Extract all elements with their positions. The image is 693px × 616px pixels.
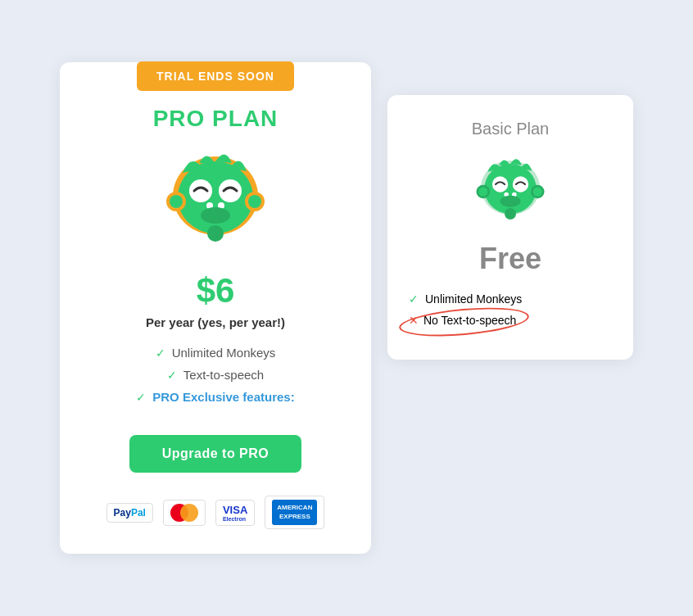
- basic-cross-icon: ✕: [409, 314, 419, 327]
- monkey-logo-small: [469, 155, 551, 229]
- pro-plan-card: TRIAL ENDS SOON PRO PLAN: [60, 62, 371, 554]
- basic-feature-label-2: No Text-to-speech: [424, 314, 516, 327]
- mastercard-payment-icon: [163, 500, 206, 526]
- feature-pro-exclusive: ✓ PRO Exclusive features:: [84, 390, 346, 404]
- price-container: $6: [197, 271, 235, 310]
- pro-plan-title: PRO PLAN: [153, 106, 279, 132]
- svg-point-6: [189, 179, 212, 202]
- payment-icons: PayPal VISAElectron AMERICANEXPRESS: [106, 496, 325, 529]
- cards-container: TRIAL ENDS SOON PRO PLAN: [60, 62, 633, 554]
- basic-feature-unlimited-monkeys: ✓ Unlimited Monkeys: [409, 292, 612, 306]
- svg-point-15: [478, 188, 487, 197]
- basic-feature-no-tts: ✕ No Text-to-speech: [409, 314, 612, 327]
- basic-price: Free: [479, 242, 541, 276]
- svg-point-22: [500, 196, 521, 207]
- amex-payment-icon: AMERICANEXPRESS: [265, 496, 324, 529]
- svg-point-19: [513, 176, 528, 192]
- pro-price: $6: [197, 271, 235, 310]
- svg-point-7: [219, 179, 242, 202]
- visa-payment-icon: VISAElectron: [215, 500, 255, 526]
- trial-badge: TRIAL ENDS SOON: [137, 61, 294, 91]
- check-icon-1: ✓: [156, 346, 165, 360]
- check-icon-2: ✓: [167, 369, 177, 382]
- check-icon-3: ✓: [136, 391, 146, 404]
- feature-unlimited-monkeys: ✓ Unlimited Monkeys: [84, 346, 346, 360]
- basic-plan-card: Basic Plan Free ✓ Unlimi: [387, 95, 633, 360]
- svg-point-10: [201, 207, 230, 224]
- basic-feature-label-1: Unlimited Monkeys: [425, 292, 522, 306]
- monkey-logo-large: [158, 148, 273, 255]
- svg-point-18: [492, 176, 508, 192]
- svg-point-23: [505, 208, 516, 220]
- no-tts-crossed: ✕ No Text-to-speech: [409, 314, 516, 327]
- feature-label-2: Text-to-speech: [183, 368, 264, 382]
- mastercard-circle-yellow: [180, 504, 198, 522]
- feature-label-1: Unlimited Monkeys: [172, 346, 276, 360]
- svg-point-5: [248, 195, 261, 208]
- feature-label-3: PRO Exclusive features:: [152, 390, 294, 404]
- pro-features-list: ✓ Unlimited Monkeys ✓ Text-to-speech ✓ P…: [84, 346, 346, 412]
- paypal-payment-icon: PayPal: [106, 503, 153, 523]
- basic-check-icon: ✓: [409, 292, 419, 306]
- basic-features-list: ✓ Unlimited Monkeys ✕ No Text-to-speech: [409, 292, 612, 335]
- svg-point-17: [533, 188, 542, 197]
- svg-point-3: [170, 195, 183, 208]
- price-period: Per year (yes, per year!): [146, 315, 285, 329]
- upgrade-button[interactable]: Upgrade to PRO: [129, 435, 302, 473]
- svg-point-11: [207, 225, 224, 242]
- feature-tts: ✓ Text-to-speech: [84, 368, 346, 382]
- basic-plan-title: Basic Plan: [472, 120, 550, 138]
